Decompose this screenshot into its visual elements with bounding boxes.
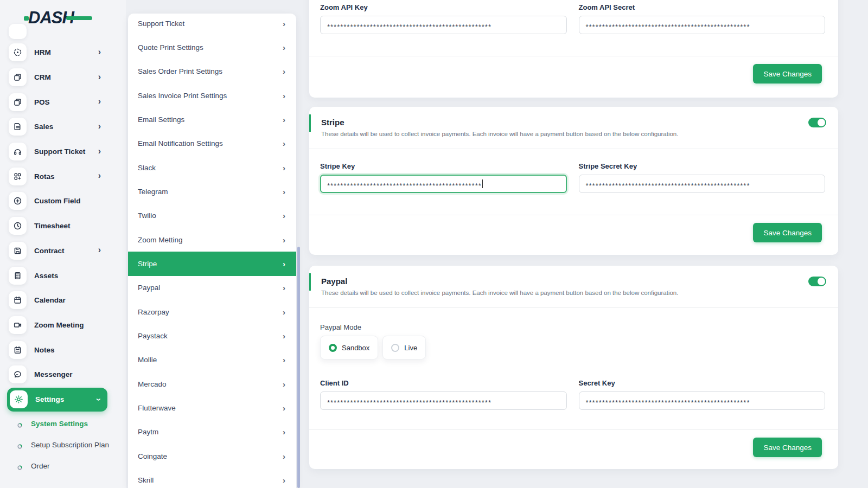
save-button[interactable]: Save Changes	[753, 223, 822, 242]
paypal-mode-label: Paypal Mode	[309, 308, 838, 331]
sidebar-item-notes[interactable]: Notes ›	[0, 337, 126, 362]
sidebar-sub-item-order[interactable]: Order	[0, 455, 126, 477]
mode-option-label: Sandbox	[342, 344, 369, 352]
sidebar-item-sales[interactable]: Sales ›	[0, 114, 126, 139]
settings-menu-item-paytm[interactable]: Paytm ›	[128, 420, 296, 444]
settings-menu-item-label: Coingate	[138, 452, 167, 460]
hrm-icon	[9, 43, 27, 61]
sidebar-item-rotas[interactable]: Rotas ›	[0, 164, 126, 189]
sidebar-item-zoom-meeting[interactable]: Zoom Meeting ›	[0, 313, 126, 338]
sidebar-item-messenger[interactable]: Messenger ›	[0, 362, 126, 387]
sidebar-item-crm[interactable]: CRM ›	[0, 65, 126, 90]
settings-menu-item-label: Sales Invoice Print Settings	[138, 92, 227, 100]
circle-icon	[17, 442, 23, 448]
rotas-icon	[9, 168, 27, 185]
sidebar-item-timesheet[interactable]: Timesheet ›	[0, 214, 126, 239]
radio-checked-icon	[329, 344, 337, 352]
masked-value: ****************************************…	[327, 23, 492, 31]
stripe-card-description: These details will be used to collect in…	[321, 131, 826, 137]
chevron-right-icon: ›	[98, 122, 101, 131]
assets-icon	[9, 267, 27, 285]
sidebar-sub-item-label: Order	[31, 462, 50, 470]
toggle-knob	[818, 278, 825, 285]
sidebar-item-contract[interactable]: Contract ›	[0, 239, 126, 264]
settings-menu-item-stripe[interactable]: Stripe ›	[128, 252, 296, 275]
zoom-settings-card: Zoom API Key ***************************…	[309, 0, 838, 98]
sidebar-item-settings[interactable]: Settings ›	[7, 388, 107, 412]
paypal-mode-sandbox[interactable]: Sandbox	[320, 336, 378, 359]
sidebar-item-label: Support Ticket	[34, 147, 85, 156]
secret-key-input[interactable]: ****************************************…	[579, 391, 826, 410]
settings-menu-item-sales-invoice-print-settings[interactable]: Sales Invoice Print Settings ›	[128, 84, 296, 107]
stripe-enable-toggle[interactable]	[808, 118, 826, 127]
zoom-api-key-input[interactable]: ****************************************…	[320, 16, 567, 34]
zoom-api-secret-input[interactable]: ****************************************…	[579, 16, 826, 34]
settings-menu-item-mollie[interactable]: Mollie ›	[128, 348, 296, 372]
stripe-secret-key-input[interactable]: ****************************************…	[579, 175, 826, 193]
sidebar-sub-item-system-settings[interactable]: System Settings	[0, 413, 126, 434]
sidebar-item-custom-field[interactable]: Custom Field ›	[0, 189, 126, 214]
settings-menu-scrollbar[interactable]	[297, 247, 300, 488]
chevron-right-icon: ›	[283, 139, 285, 148]
chevron-right-icon: ›	[283, 331, 285, 341]
settings-menu-item-mercado[interactable]: Mercado ›	[128, 372, 296, 396]
sidebar-item-label: Timesheet	[34, 222, 71, 230]
paypal-card-title: Paypal	[321, 277, 826, 286]
settings-menu-item-coingate[interactable]: Coingate ›	[128, 444, 296, 468]
sidebar-item-hrm[interactable]: HRM ›	[0, 40, 126, 65]
sidebar-sub-item-label: System Settings	[31, 420, 88, 428]
settings-menu-list: Support Ticket › Quote Print Settings › …	[128, 14, 296, 488]
settings-menu-item-email-settings[interactable]: Email Settings ›	[128, 107, 296, 131]
settings-menu-item-telegram[interactable]: Telegram ›	[128, 179, 296, 203]
save-button[interactable]: Save Changes	[753, 64, 822, 84]
settings-menu-item-slack[interactable]: Slack ›	[128, 156, 296, 179]
sidebar-item-calendar[interactable]: Calendar ›	[0, 288, 126, 313]
support-ticket-icon	[9, 143, 27, 160]
settings-menu-item-label: Mercado	[138, 380, 167, 388]
client-id-input[interactable]: ****************************************…	[320, 391, 567, 410]
settings-menu-item-paypal[interactable]: Paypal ›	[128, 276, 296, 300]
settings-menu-item-label: Mollie	[138, 356, 157, 364]
chevron-right-icon: ›	[283, 163, 285, 172]
chevron-right-icon: ›	[98, 171, 101, 180]
masked-value: ****************************************…	[327, 182, 482, 190]
settings-menu-item-skrill[interactable]: Skrill ›	[128, 468, 296, 488]
stripe-key-input[interactable]: ****************************************…	[320, 175, 567, 193]
sidebar-item-support-ticket[interactable]: Support Ticket ›	[0, 139, 126, 164]
settings-menu-item-quote-print-settings[interactable]: Quote Print Settings ›	[128, 35, 296, 59]
settings-menu-item-email-notification-settings[interactable]: Email Notification Settings ›	[128, 132, 296, 156]
toggle-knob	[818, 119, 825, 126]
settings-menu-item-support-ticket[interactable]: Support Ticket ›	[128, 14, 296, 35]
paypal-enable-toggle[interactable]	[808, 277, 826, 286]
notes-icon	[9, 341, 27, 359]
sales-icon	[9, 118, 27, 136]
sidebar-item-pos[interactable]: POS ›	[0, 89, 126, 114]
settings-menu-item-paystack[interactable]: Paystack ›	[128, 324, 296, 348]
settings-menu-item-zoom-metting[interactable]: Zoom Metting ›	[128, 228, 296, 252]
paypal-mode-group: Sandbox Live	[309, 331, 838, 359]
settings-menu-item-sales-order-print-settings[interactable]: Sales Order Print Settings ›	[128, 60, 296, 84]
sidebar-item-assets[interactable]: Assets ›	[0, 263, 126, 288]
sidebar-item-label: Custom Field	[34, 197, 81, 205]
settings-menu-item-razorpay[interactable]: Razorpay ›	[128, 300, 296, 324]
pos-icon	[9, 93, 27, 111]
sidebar-item-label: HRM	[34, 48, 51, 56]
app-logo[interactable]: DASH	[28, 8, 74, 28]
settings-menu-item-label: Email Settings	[138, 115, 184, 124]
settings-menu-item-label: Flutterwave	[138, 404, 176, 412]
settings-menu-item-flutterwave[interactable]: Flutterwave ›	[128, 396, 296, 420]
settings-menu-item-label: Stripe	[138, 260, 157, 268]
paypal-mode-live[interactable]: Live	[382, 336, 426, 359]
stripe-settings-card: Stripe These details will be used to col…	[309, 107, 838, 255]
calendar-icon	[9, 291, 27, 309]
sidebar-item-label: Zoom Meeting	[34, 321, 84, 329]
chevron-right-icon: ›	[283, 91, 285, 100]
save-button[interactable]: Save Changes	[753, 438, 822, 457]
settings-menu-item-label: Quote Print Settings	[138, 43, 203, 52]
contract-icon	[9, 242, 27, 260]
sidebar-sub-item-setup-subscription-plan[interactable]: Setup Subscription Plan	[0, 434, 126, 455]
chevron-right-icon: ›	[98, 48, 101, 56]
settings-subnav: System Settings Setup Subscription Plan …	[0, 413, 126, 477]
masked-value: ****************************************…	[327, 399, 492, 407]
settings-menu-item-twilio[interactable]: Twilio ›	[128, 204, 296, 228]
